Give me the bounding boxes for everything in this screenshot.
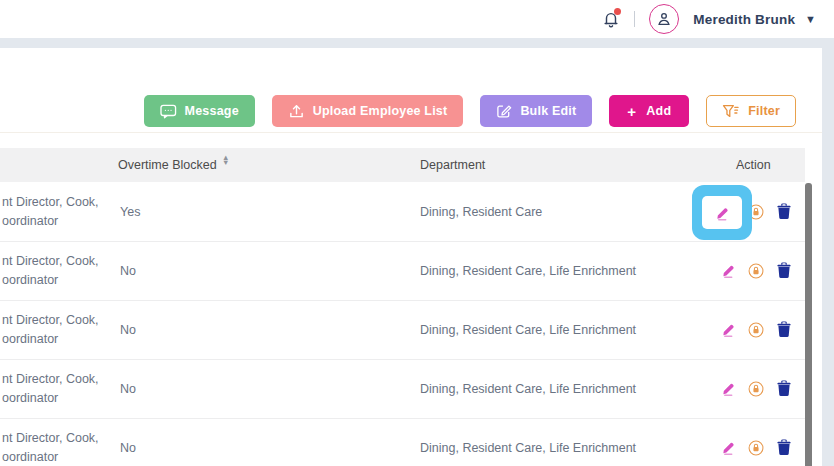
user-name[interactable]: Meredith Brunk <box>693 12 795 27</box>
person-icon <box>656 11 672 27</box>
delete-icon[interactable] <box>776 203 792 220</box>
action-cell <box>720 439 792 456</box>
overtime-blocked-cell: No <box>120 264 136 278</box>
edit-pencil-icon[interactable] <box>720 262 736 279</box>
toolbar-divider <box>0 132 822 133</box>
add-button[interactable]: + Add <box>609 95 689 127</box>
delete-icon[interactable] <box>776 321 792 338</box>
table-row: nt Director, Cook, oordinator No Dining,… <box>0 300 805 360</box>
add-button-label: Add <box>646 104 671 118</box>
action-cell <box>720 262 792 279</box>
filter-button-label: Filter <box>748 104 780 118</box>
plus-icon: + <box>627 103 636 120</box>
overtime-blocked-cell: No <box>120 382 136 396</box>
page-background-band <box>0 38 834 48</box>
column-header-overtime: Overtime Blocked <box>118 158 217 172</box>
vertical-scrollbar[interactable] <box>805 183 812 466</box>
table-row: nt Director, Cook, oordinator No Dining,… <box>0 241 805 301</box>
edit-pencil-icon[interactable] <box>720 321 736 338</box>
chat-bubble-icon <box>160 104 177 119</box>
employee-role-cell: nt Director, Cook, oordinator <box>2 252 99 290</box>
upload-employee-list-button[interactable]: Upload Employee List <box>272 95 464 127</box>
table-row: nt Director, Cook, oordinator No Dining,… <box>0 359 805 419</box>
nav-divider <box>634 11 635 27</box>
edit-square-icon <box>496 103 512 119</box>
lock-icon[interactable] <box>748 321 764 338</box>
bulk-edit-button[interactable]: Bulk Edit <box>480 95 592 127</box>
delete-icon[interactable] <box>776 380 792 397</box>
lock-icon[interactable] <box>748 439 764 456</box>
edit-pencil-icon[interactable] <box>702 196 742 229</box>
notification-bell-icon[interactable] <box>602 9 620 29</box>
action-cell <box>720 380 792 397</box>
column-header-department: Department <box>420 158 485 172</box>
content-card: Message Upload Employee List Bulk Edit <box>0 48 822 466</box>
department-cell: Dining, Resident Care <box>420 205 542 219</box>
overtime-blocked-cell: No <box>120 323 136 337</box>
bulk-edit-button-label: Bulk Edit <box>520 104 576 118</box>
upload-button-label: Upload Employee List <box>313 104 448 118</box>
message-button-label: Message <box>185 104 239 118</box>
page-background-right <box>822 38 834 466</box>
lock-icon[interactable] <box>748 262 764 279</box>
table-header: Overtime Blocked ▲ ▼ Department Action <box>0 148 805 182</box>
employee-role-cell: nt Director, Cook, oordinator <box>2 193 99 231</box>
column-header-action: Action <box>736 158 771 172</box>
filter-funnel-icon <box>722 104 740 119</box>
user-avatar[interactable] <box>649 4 679 34</box>
department-cell: Dining, Resident Care, Life Enrichment <box>420 323 636 337</box>
department-cell: Dining, Resident Care, Life Enrichment <box>420 441 636 455</box>
message-button[interactable]: Message <box>144 95 255 127</box>
upload-icon <box>288 103 305 119</box>
department-cell: Dining, Resident Care, Life Enrichment <box>420 264 636 278</box>
sort-desc-arrow: ▼ <box>222 161 229 166</box>
sort-icon[interactable]: ▲ ▼ <box>222 156 229 165</box>
toolbar: Message Upload Employee List Bulk Edit <box>0 95 796 127</box>
lock-icon[interactable] <box>748 380 764 397</box>
department-cell: Dining, Resident Care, Life Enrichment <box>420 382 636 396</box>
top-navbar: Meredith Brunk ▼ <box>0 0 834 38</box>
table-row: nt Director, Cook, oordinator No Dining,… <box>0 418 805 466</box>
employee-role-cell: nt Director, Cook, oordinator <box>2 429 99 466</box>
filter-button[interactable]: Filter <box>706 95 796 127</box>
action-cell <box>720 321 792 338</box>
chevron-down-icon[interactable]: ▼ <box>805 14 816 25</box>
overtime-blocked-cell: No <box>120 441 136 455</box>
overtime-blocked-cell: Yes <box>120 205 140 219</box>
table-row: nt Director, Cook, oordinator Yes Dining… <box>0 182 805 242</box>
highlight-annotation <box>692 185 752 240</box>
edit-pencil-icon[interactable] <box>720 439 736 456</box>
employee-role-cell: nt Director, Cook, oordinator <box>2 370 99 408</box>
edit-pencil-icon[interactable] <box>720 380 736 397</box>
delete-icon[interactable] <box>776 262 792 279</box>
employee-role-cell: nt Director, Cook, oordinator <box>2 311 99 349</box>
delete-icon[interactable] <box>776 439 792 456</box>
